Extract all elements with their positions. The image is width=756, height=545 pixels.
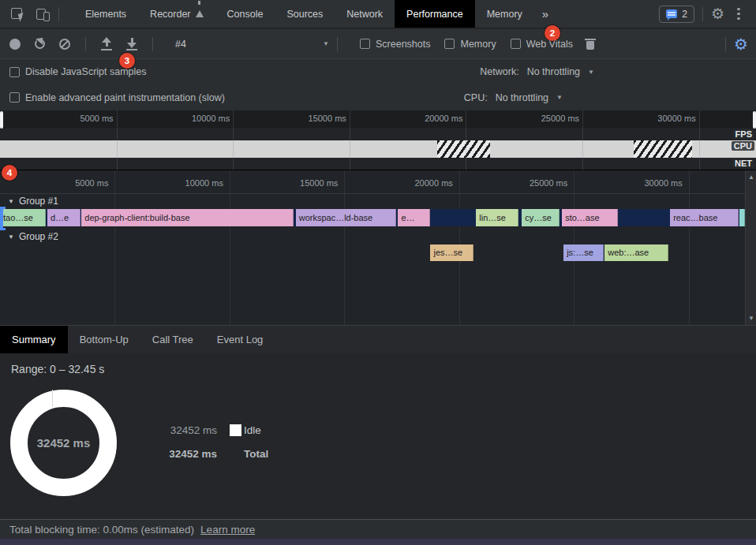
save-profile-button[interactable] <box>126 38 137 50</box>
issues-count: 2 <box>682 9 687 20</box>
selected-track-bracket <box>0 207 6 230</box>
capture-settings-gear-icon[interactable]: ⚙ <box>734 36 748 52</box>
scroll-up-icon[interactable]: ▲ <box>748 174 754 181</box>
flame-event[interactable]: lin…se <box>476 209 518 226</box>
history-dropdown[interactable]: #4 ▼ <box>175 39 329 50</box>
checkbox-label: Enable advanced paint instrumentation (s… <box>25 92 225 103</box>
cpu-throttling-select[interactable]: CPU: No throttling ▼ <box>464 92 563 103</box>
overview-left-grip[interactable] <box>0 111 3 129</box>
flame-vertical-scrollbar[interactable]: ▲ ▼ <box>745 170 756 325</box>
flame-event[interactable]: workspac…ld-base <box>296 209 397 226</box>
flask-icon <box>196 10 204 17</box>
more-tabs-button[interactable]: » <box>534 7 556 21</box>
history-value: #4 <box>175 39 186 50</box>
flame-event[interactable]: sto…ase <box>562 209 618 226</box>
divider <box>702 7 703 21</box>
flame-event[interactable]: web:…ase <box>604 245 668 261</box>
network-value: No throttling <box>527 66 580 77</box>
timeline-overview[interactable]: 5000 ms10000 ms15000 ms20000 ms25000 ms3… <box>0 110 756 170</box>
network-throttling-select[interactable]: Network: No throttling ▼ <box>480 66 594 77</box>
chevron-down-icon: ▼ <box>323 40 329 47</box>
clear-recording-button[interactable] <box>59 39 70 50</box>
flame-event[interactable]: cy…se <box>522 209 560 226</box>
cpu-idle-hatch <box>437 140 491 158</box>
divider <box>152 37 153 51</box>
checkbox <box>360 39 370 49</box>
tab-elements[interactable]: Elements <box>73 0 138 28</box>
flame-event[interactable]: jes…se <box>430 245 473 261</box>
trash-icon[interactable] <box>586 39 595 50</box>
detail-tab-event-log[interactable]: Event Log <box>205 326 275 353</box>
options-row-2: Enable advanced paint instrumentation (s… <box>0 84 756 110</box>
cpu-idle-hatch <box>634 140 692 158</box>
learn-more-link[interactable]: Learn more <box>200 524 255 536</box>
summary-panel: Range: 0 – 32.45 s 32452 ms 32452 msIdle… <box>0 353 756 519</box>
toolbar-right: ⚙ <box>717 36 748 52</box>
detail-tab-bottom-up[interactable]: Bottom-Up <box>68 326 140 353</box>
flame-event[interactable]: reac…base <box>670 209 739 226</box>
checkbox <box>511 39 521 49</box>
summary-legend: 32452 msIdle32452 msTotal <box>152 424 268 460</box>
flame-chart[interactable]: ▲ ▼ 5000 ms10000 ms15000 ms20000 ms25000… <box>0 170 756 325</box>
tab-network[interactable]: Network <box>335 0 395 28</box>
cpu-value: No throttling <box>496 92 548 103</box>
fps-lane-label: FPS <box>733 129 754 139</box>
summary-donut-chart: 32452 ms <box>10 390 117 496</box>
overview-gridline <box>466 110 466 170</box>
tab-sources[interactable]: Sources <box>275 0 335 28</box>
flame-event[interactable]: js:…se <box>563 245 604 261</box>
flame-track-1: tao…sed…edep-graph-client:build-basework… <box>0 209 745 226</box>
flame-event[interactable]: d…e <box>47 209 80 226</box>
kebab-menu-icon[interactable] <box>737 6 740 22</box>
overview-ruler: 5000 ms10000 ms15000 ms20000 ms25000 ms3… <box>0 110 756 128</box>
record-button[interactable] <box>9 39 21 50</box>
flame-tick-label: 5000 ms <box>75 178 108 188</box>
collapse-triangle-icon: ▼ <box>8 233 14 241</box>
overview-fps-lane: FPS <box>0 128 756 140</box>
overview-cpu-lane: CPU <box>0 140 756 158</box>
tab-memory[interactable]: Memory <box>475 0 534 28</box>
devtools-tabbar: ElementsRecorderConsoleSourcesNetworkPer… <box>0 0 756 28</box>
flame-tick-label: 30000 ms <box>644 178 682 188</box>
donut-seam <box>52 390 53 407</box>
flame-event[interactable]: tao…se <box>0 209 46 226</box>
step-badge-4: 4 <box>2 165 17 181</box>
cpu-lane-label: CPU <box>732 141 754 151</box>
range-text: Range: 0 – 32.45 s <box>11 363 104 375</box>
reload-and-record-button[interactable] <box>35 39 45 49</box>
chevron-down-icon: ▼ <box>588 69 594 76</box>
group-header-1[interactable]: ▼Group #1 <box>0 194 745 208</box>
device-toolbar-icon[interactable] <box>35 6 51 22</box>
checkbox <box>444 39 455 49</box>
memory-checkbox[interactable]: Memory <box>444 39 496 50</box>
issues-button[interactable]: 2 <box>659 6 694 23</box>
detail-tab-summary[interactable]: Summary <box>0 326 68 353</box>
flame-event[interactable]: e… <box>398 209 430 226</box>
web-vitals-checkbox[interactable]: Web Vitals <box>511 39 573 50</box>
tab-recorder[interactable]: Recorder <box>138 0 215 28</box>
overview-gridline <box>117 110 118 170</box>
flame-track-2: jes…sejs:…seweb:…ase <box>0 245 745 261</box>
scroll-down-icon[interactable]: ▼ <box>748 315 754 322</box>
flame-event[interactable]: dep-graph-client:build-base <box>81 209 294 226</box>
tabbar-right-cluster: 2 ⚙ <box>659 6 750 23</box>
checkbox <box>9 67 20 77</box>
panel-tabs: ElementsRecorderConsoleSourcesNetworkPer… <box>73 0 534 28</box>
tab-console[interactable]: Console <box>215 0 275 28</box>
cpu-label: CPU: <box>464 92 488 103</box>
load-profile-button[interactable] <box>101 38 112 50</box>
screenshots-checkbox[interactable]: Screenshots <box>360 39 430 50</box>
settings-gear-icon[interactable]: ⚙ <box>711 6 724 21</box>
checkbox-label: Screenshots <box>376 39 430 50</box>
overview-right-grip[interactable] <box>753 111 756 129</box>
paint-instrumentation-checkbox[interactable]: Enable advanced paint instrumentation (s… <box>9 92 225 103</box>
donut-center-label: 32452 ms <box>37 436 91 450</box>
step-badge-2: 2 <box>545 25 560 41</box>
tab-performance[interactable]: Performance <box>395 0 475 28</box>
inspect-element-icon[interactable] <box>9 6 25 22</box>
group-header-2[interactable]: ▼Group #2 <box>0 230 745 244</box>
overview-gridline <box>582 110 583 170</box>
detail-tab-call-tree[interactable]: Call Tree <box>140 326 205 353</box>
divider <box>58 7 59 21</box>
flame-event[interactable] <box>739 209 745 226</box>
